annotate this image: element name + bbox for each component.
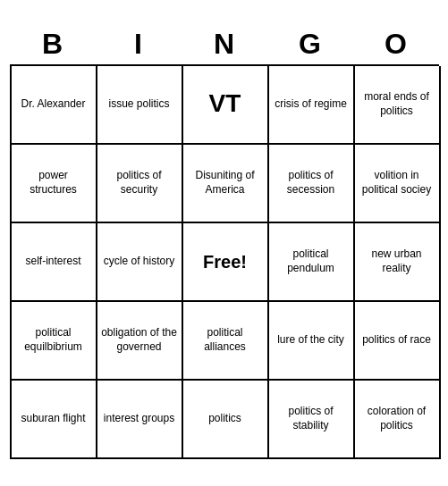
bingo-cell-8[interactable]: politics of secession <box>269 145 355 223</box>
header-n: N <box>185 28 264 61</box>
bingo-cell-23[interactable]: politics of stability <box>269 381 355 459</box>
bingo-cell-15[interactable]: political equilbibrium <box>12 302 97 381</box>
bingo-cell-1[interactable]: issue politics <box>97 66 183 145</box>
header-b: B <box>13 28 92 61</box>
header-i: I <box>99 28 178 61</box>
header-o: O <box>357 28 435 61</box>
bingo-cell-0[interactable]: Dr. Alexander <box>12 66 97 145</box>
bingo-cell-19[interactable]: politics of race <box>355 302 441 381</box>
bingo-cell-17[interactable]: political alliances <box>183 302 269 381</box>
bingo-cell-3[interactable]: crisis of regime <box>269 66 355 145</box>
bingo-cell-18[interactable]: lure of the city <box>269 302 355 381</box>
bingo-cell-6[interactable]: politics of security <box>97 145 183 223</box>
header-g: G <box>271 28 350 61</box>
bingo-cell-14[interactable]: new urban reality <box>355 223 441 302</box>
bingo-cell-16[interactable]: obligation of the governed <box>97 302 183 381</box>
bingo-cell-20[interactable]: suburan flight <box>12 381 97 459</box>
bingo-cell-13[interactable]: political pendulum <box>269 223 355 302</box>
bingo-cell-24[interactable]: coloration of politics <box>355 381 441 459</box>
bingo-cell-22[interactable]: politics <box>183 381 269 459</box>
bingo-cell-7[interactable]: Disuniting of America <box>183 145 269 223</box>
bingo-header: B I N G O <box>10 28 439 61</box>
bingo-cell-9[interactable]: volition in political sociey <box>355 145 441 223</box>
bingo-card: B I N G O Dr. Alexanderissue politicsVTc… <box>10 28 439 459</box>
bingo-cell-11[interactable]: cycle of history <box>97 223 183 302</box>
bingo-cell-12[interactable]: Free! <box>183 223 269 302</box>
bingo-cell-2[interactable]: VT <box>183 66 269 145</box>
bingo-cell-10[interactable]: self-interest <box>12 223 97 302</box>
bingo-cell-4[interactable]: moral ends of politics <box>355 66 441 145</box>
bingo-grid: Dr. Alexanderissue politicsVTcrisis of r… <box>10 64 439 459</box>
bingo-cell-5[interactable]: power structures <box>12 145 97 223</box>
bingo-cell-21[interactable]: interest groups <box>97 381 183 459</box>
